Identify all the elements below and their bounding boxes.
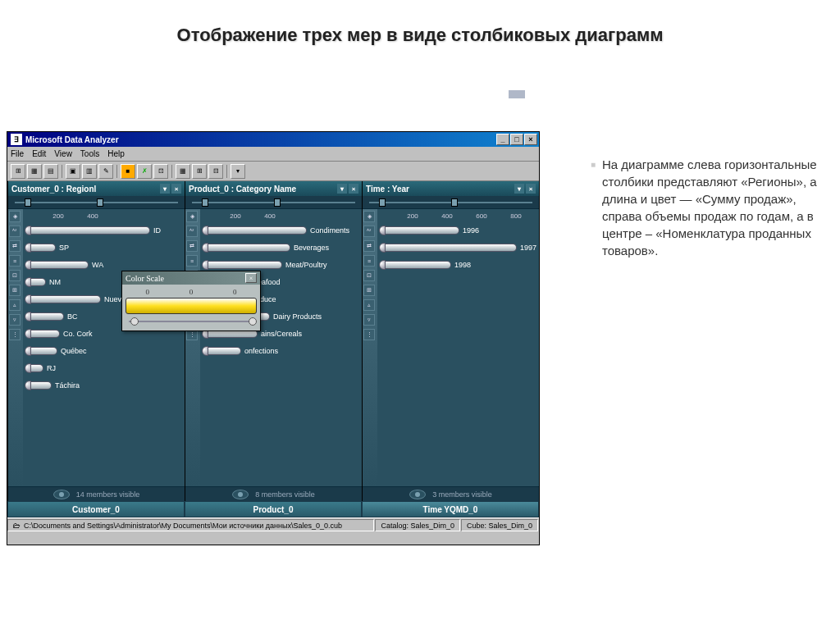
bar-row[interactable]: 1996 (379, 222, 539, 239)
panel-slider[interactable] (8, 196, 185, 209)
bar-label: WA (92, 261, 103, 269)
tool-icon[interactable]: ▥ (82, 164, 97, 179)
panel-side-tool[interactable]: ≡ (186, 255, 198, 267)
panel-side-tool[interactable]: ⊡ (9, 270, 21, 281)
tool-icon[interactable]: ⊞ (192, 164, 207, 179)
app-icon: ∃ (11, 134, 22, 145)
bar-row[interactable]: RJ (25, 360, 185, 376)
chart-panel: Product_0 : Category Name ▾ × ◈ᴬᶻ⇄≡⊡⊞▵▿⋮… (185, 181, 362, 501)
bar-label: 1997 (520, 244, 536, 252)
menu-help[interactable]: Help (107, 149, 125, 158)
bar-label: ID (153, 226, 161, 235)
bar-label: RJ (47, 364, 56, 372)
tool-icon[interactable]: ▦ (27, 164, 42, 179)
panel-min-icon[interactable]: ▾ (337, 184, 347, 194)
tool-icon[interactable]: ✎ (98, 164, 113, 179)
color-scale-dialog[interactable]: Color Scale × 0 0 0 (121, 271, 261, 331)
dimension-tab[interactable]: Product_0 (185, 501, 362, 517)
panel-side-tool[interactable]: ▿ (9, 314, 21, 326)
panel-side-tool[interactable]: ▵ (363, 299, 375, 311)
bar-row[interactable]: Condiments (202, 222, 362, 239)
panel-side-tool[interactable]: ⊞ (9, 285, 21, 296)
tool-icon[interactable]: ⊟ (208, 164, 223, 179)
panel-header: Customer_0 : Regionl ▾ × (8, 181, 185, 196)
panel-slider[interactable] (363, 196, 539, 209)
panel-side-toolbar: ◈ᴬᶻ⇄≡⊡⊞▵▿⋮ (8, 209, 23, 486)
panel-header: Product_0 : Category Name ▾ × (185, 181, 362, 196)
color-scale-slider[interactable] (126, 316, 257, 327)
bar-label: Beverages (294, 244, 329, 252)
panel-side-tool[interactable]: ᴬᶻ (186, 226, 198, 237)
bar-row[interactable]: 1997 (379, 239, 539, 256)
panel-side-tool[interactable]: ⇄ (186, 240, 198, 252)
panel-side-tool[interactable]: ⇄ (363, 240, 375, 252)
menu-view[interactable]: View (54, 149, 72, 158)
bar-label: ains/Cereals (261, 330, 302, 338)
dimension-tab[interactable]: Time YQMD_0 (362, 501, 539, 517)
slider-thumb[interactable] (130, 317, 139, 326)
bar-row[interactable]: onfections (202, 343, 362, 359)
bar-row[interactable]: Québec (25, 343, 185, 359)
tool-icon[interactable]: ▦ (176, 164, 190, 179)
tool-icon[interactable]: ▾ (231, 164, 245, 179)
panel-side-tool[interactable]: ≡ (9, 255, 21, 267)
dimension-tab[interactable]: Customer_0 (7, 501, 185, 517)
panel-slider[interactable] (185, 196, 362, 209)
tool-icon[interactable]: ■ (121, 164, 135, 179)
panel-side-toolbar: ◈ᴬᶻ⇄≡⊡⊞▵▿⋮ (363, 209, 377, 486)
panel-side-tool[interactable]: ◈ (9, 211, 21, 222)
minimize-button[interactable]: _ (496, 134, 509, 145)
panel-side-tool[interactable]: ᴬᶻ (363, 226, 375, 237)
menu-edit[interactable]: Edit (32, 149, 46, 158)
eye-icon (409, 490, 426, 499)
panel-min-icon[interactable]: ▾ (160, 184, 170, 194)
chart-area: 200400600800 1996 1997 1998 (377, 209, 539, 486)
status-path: 🗁C:\Documents and Settings\Administrator… (7, 519, 374, 531)
eye-icon (232, 490, 249, 499)
status-catalog: Catalog: Sales_Dim_0 (375, 519, 460, 531)
bar-row[interactable]: Beverages (202, 239, 362, 256)
panel-side-tool[interactable]: ⊞ (363, 285, 375, 296)
bar-row[interactable]: SP (25, 239, 185, 256)
panel-side-tool[interactable]: ⊡ (363, 270, 375, 281)
tool-icon[interactable]: ⊡ (153, 164, 168, 179)
bar-label: Co. Cork (63, 330, 93, 338)
panel-side-toolbar: ◈ᴬᶻ⇄≡⊡⊞▵▿⋮ (185, 209, 200, 486)
maximize-button[interactable]: □ (510, 134, 523, 145)
panel-side-tool[interactable]: ≡ (363, 255, 375, 267)
bar-label: 1998 (454, 261, 471, 269)
tool-icon[interactable]: ⊞ (11, 164, 25, 179)
panel-side-tool[interactable]: ▵ (9, 299, 21, 311)
menu-file[interactable]: File (11, 149, 24, 158)
titlebar[interactable]: ∃ Microsoft Data Analyzer _ □ × (7, 132, 539, 147)
color-scale-titlebar[interactable]: Color Scale × (122, 271, 260, 285)
panel-close-icon[interactable]: × (349, 184, 358, 194)
slider-thumb[interactable] (249, 317, 257, 326)
tool-icon[interactable]: ▣ (66, 164, 80, 179)
bar-row[interactable]: 1998 (379, 257, 539, 273)
tool-icon[interactable]: ✗ (137, 164, 152, 179)
panel-close-icon[interactable]: × (171, 184, 181, 194)
tool-icon[interactable]: ▤ (43, 164, 58, 179)
menu-tools[interactable]: Tools (80, 149, 99, 158)
panel-side-tool[interactable]: ◈ (363, 211, 375, 222)
color-scale-close-button[interactable]: × (245, 273, 257, 283)
panels-area: Customer_0 : Regionl ▾ × ◈ᴬᶻ⇄≡⊡⊞▵▿⋮ 2004… (7, 181, 539, 501)
bar-label: SP (59, 244, 69, 252)
bar-row[interactable]: Táchira (25, 377, 185, 394)
panel-close-icon[interactable]: × (526, 184, 536, 194)
panel-side-tool[interactable]: ▿ (363, 314, 375, 326)
panel-side-tool[interactable]: ⋮ (9, 329, 21, 340)
bar-row[interactable]: ID (25, 222, 185, 239)
description-content: На диаграмме слева горизонтальные столби… (602, 157, 817, 258)
panel-min-icon[interactable]: ▾ (514, 184, 524, 194)
panel-side-tool[interactable]: ᴬᶻ (9, 226, 21, 237)
close-button[interactable]: × (524, 134, 537, 145)
chart-area: 200400 ID SP WA NM Nueva Espar BC (23, 209, 185, 486)
bar-label: Meat/Poultry (285, 261, 327, 269)
panel-side-tool[interactable]: ⋮ (363, 329, 375, 340)
panel-footer: 14 members visible (8, 486, 185, 501)
panel-footer: 3 members visible (363, 486, 539, 501)
panel-side-tool[interactable]: ⇄ (9, 240, 21, 252)
panel-side-tool[interactable]: ◈ (186, 211, 198, 222)
